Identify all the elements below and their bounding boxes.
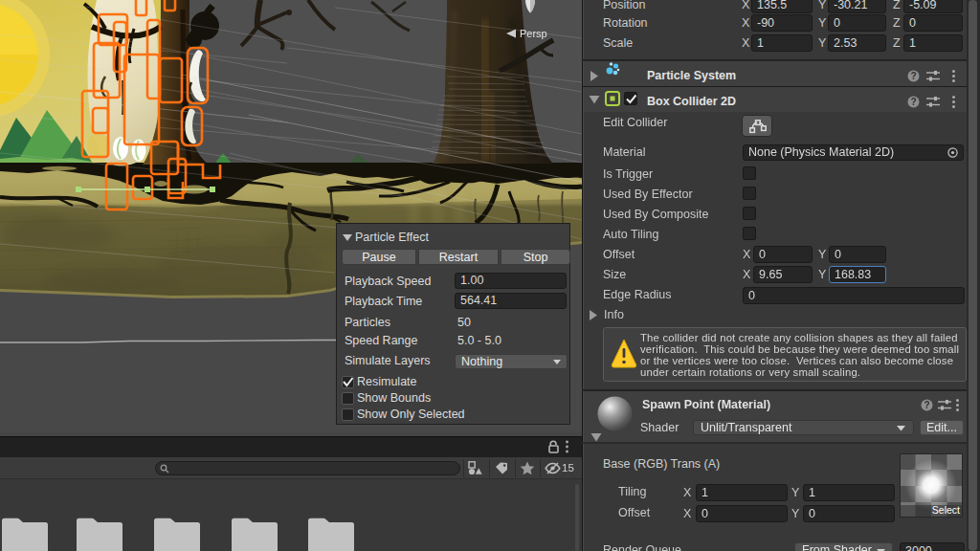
svg-text:Persp: Persp xyxy=(520,28,547,39)
svg-text:?: ? xyxy=(924,400,929,410)
svg-text:?: ? xyxy=(910,71,916,81)
svg-text:Select: Select xyxy=(932,504,960,516)
svg-text:?: ? xyxy=(910,97,916,107)
